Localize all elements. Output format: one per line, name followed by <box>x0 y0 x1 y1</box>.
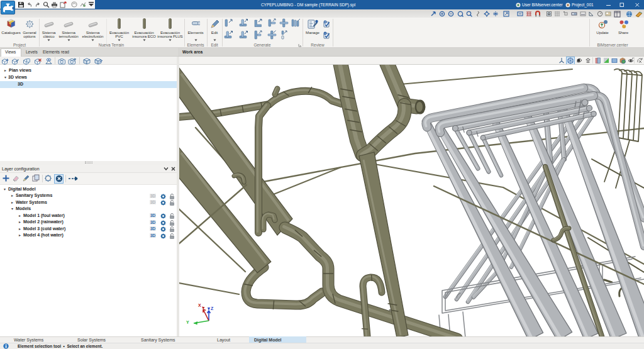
svg-text:Y: Y <box>186 320 189 324</box>
svg-text:Z: Z <box>211 306 214 311</box>
svg-text:X: X <box>198 303 201 307</box>
